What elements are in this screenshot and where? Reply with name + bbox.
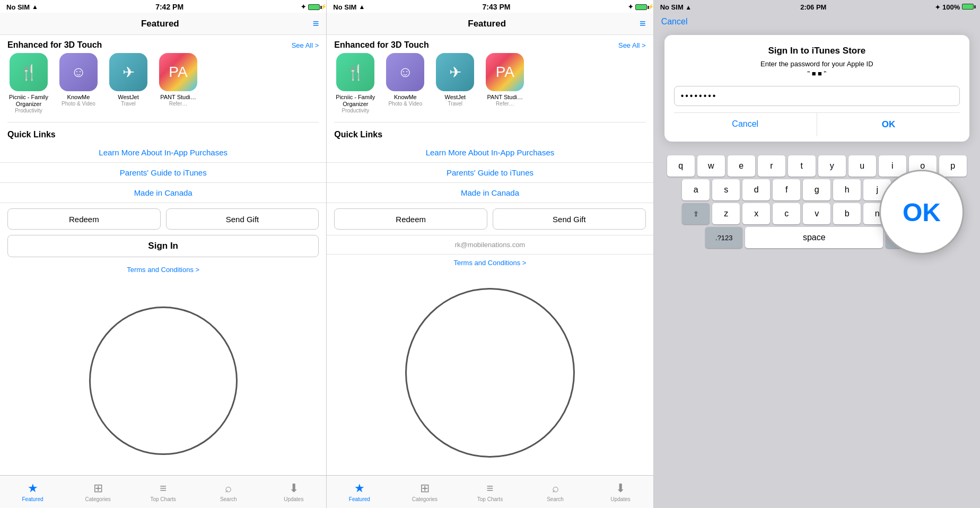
app-item-knowme-1[interactable]: ☺ KnowMe Photo & Video bbox=[57, 53, 100, 113]
nav-bar-1: Featured ≡ bbox=[0, 13, 326, 35]
tab-updates-2[interactable]: ⬇ Updates bbox=[588, 476, 653, 508]
see-all-2[interactable]: See All > bbox=[618, 41, 646, 49]
dialog-ok-btn-3[interactable]: OK bbox=[817, 113, 960, 136]
app-item-pant-2[interactable]: PA PANT Studi… Refer… bbox=[484, 53, 526, 113]
tab-updates-1[interactable]: ⬇ Updates bbox=[261, 476, 326, 508]
kb-w[interactable]: w bbox=[697, 155, 725, 177]
tab-featured-1[interactable]: ★ Featured bbox=[0, 476, 65, 508]
app-row-2: 🍴 Picniic - Family Organizer Productivit… bbox=[327, 53, 653, 119]
carrier-3: No SIM bbox=[660, 3, 684, 11]
app-item-westjet-1[interactable]: ✈ WestJet Travel bbox=[107, 53, 150, 113]
ok-circle-3[interactable]: OK bbox=[879, 170, 964, 255]
kb-p[interactable]: p bbox=[939, 155, 967, 177]
app-category-westjet-2: Travel bbox=[448, 101, 462, 107]
kb-t[interactable]: t bbox=[788, 155, 816, 177]
section-header-1: Enhanced for 3D Touch See All > bbox=[0, 35, 326, 53]
wifi-icon-1: ▲ bbox=[32, 3, 38, 11]
app-category-pant-2: Refer… bbox=[496, 101, 514, 107]
kb-q[interactable]: q bbox=[667, 155, 695, 177]
quick-link-inapp-2[interactable]: Learn More About In-App Purchases bbox=[327, 143, 653, 163]
buttons-row-1: Redeem Send Gift bbox=[0, 203, 326, 235]
app-item-picnic-1[interactable]: 🍴 Picniic - Family Organizer Productivit… bbox=[7, 53, 50, 113]
section-title-1: Enhanced for 3D Touch bbox=[7, 40, 102, 50]
app-item-westjet-2[interactable]: ✈ WestJet Travel bbox=[434, 53, 476, 113]
app-category-picnic-1: Productivity bbox=[15, 108, 42, 113]
app-name-picnic-2: Picniic - Family Organizer bbox=[334, 94, 377, 108]
featured-label-1: Featured bbox=[22, 496, 43, 502]
quick-link-canada-2[interactable]: Made in Canada bbox=[327, 183, 653, 203]
carrier-2: No SIM bbox=[333, 3, 356, 11]
top-bar-3: Cancel bbox=[654, 13, 980, 31]
kb-e[interactable]: e bbox=[728, 155, 755, 177]
see-all-1[interactable]: See All > bbox=[292, 41, 319, 49]
panel-2: No SIM ▲ 7:43 PM ✦ Featured ≡ Enhanced f… bbox=[327, 0, 653, 508]
kb-f[interactable]: f bbox=[773, 179, 800, 200]
dialog-buttons-3: Cancel OK bbox=[674, 112, 960, 136]
terms-row-2[interactable]: Terms and Conditions > bbox=[327, 255, 653, 271]
send-gift-btn-1[interactable]: Send Gift bbox=[166, 208, 319, 230]
kb-num[interactable]: .?123 bbox=[705, 227, 742, 248]
status-left-1: No SIM ▲ bbox=[6, 3, 38, 11]
kb-h[interactable]: h bbox=[833, 179, 861, 200]
dialog-cancel-btn-3[interactable]: Cancel bbox=[674, 113, 817, 136]
kb-shift[interactable]: ⇧ bbox=[682, 203, 710, 224]
send-gift-btn-2[interactable]: Send Gift bbox=[493, 208, 646, 230]
tab-search-2[interactable]: ⌕ Search bbox=[523, 476, 588, 508]
redeem-btn-2[interactable]: Redeem bbox=[334, 208, 487, 230]
battery-icon-2 bbox=[635, 4, 647, 10]
kb-z[interactable]: z bbox=[712, 203, 740, 224]
dialog-title-3: Sign In to iTunes Store bbox=[768, 46, 865, 56]
sign-in-btn-1[interactable]: Sign In bbox=[7, 235, 319, 257]
kb-s[interactable]: s bbox=[712, 179, 740, 200]
kb-y[interactable]: y bbox=[818, 155, 846, 177]
redeem-btn-1[interactable]: Redeem bbox=[7, 208, 161, 230]
menu-icon-2[interactable]: ≡ bbox=[640, 17, 646, 30]
tab-search-1[interactable]: ⌕ Search bbox=[196, 476, 261, 508]
kb-i[interactable]: i bbox=[879, 155, 906, 177]
ok-text-3: OK bbox=[903, 198, 941, 227]
app-category-knowme-2: Photo & Video bbox=[388, 101, 422, 107]
kb-x[interactable]: x bbox=[742, 203, 770, 224]
kb-space[interactable]: space bbox=[745, 227, 883, 248]
divider-1a bbox=[7, 122, 319, 122]
top-cancel-btn-3[interactable]: Cancel bbox=[661, 17, 688, 27]
kb-v[interactable]: v bbox=[803, 203, 830, 224]
tab-featured-2[interactable]: ★ Featured bbox=[327, 476, 392, 508]
terms-row-1[interactable]: Terms and Conditions > bbox=[0, 261, 326, 278]
content-1: Enhanced for 3D Touch See All > 🍴 Picnii… bbox=[0, 35, 326, 475]
app-icon-picnic-1: 🍴 bbox=[10, 53, 48, 91]
bt-icon-2: ✦ bbox=[628, 3, 633, 11]
kb-a[interactable]: a bbox=[682, 179, 710, 200]
battery-icon-1 bbox=[308, 4, 320, 10]
tab-topcharts-2[interactable]: ≡ Top Charts bbox=[457, 476, 522, 508]
quick-links-header-2: Quick Links bbox=[327, 126, 653, 143]
tab-categories-2[interactable]: ⊞ Categories bbox=[392, 476, 457, 508]
tab-topcharts-1[interactable]: ≡ Top Charts bbox=[130, 476, 196, 508]
kb-g[interactable]: g bbox=[803, 179, 830, 200]
categories-icon-1: ⊞ bbox=[93, 481, 103, 495]
tab-categories-1[interactable]: ⊞ Categories bbox=[65, 476, 130, 508]
kb-c[interactable]: c bbox=[773, 203, 800, 224]
app-name-picnic-1: Picniic - Family Organizer bbox=[7, 94, 50, 108]
quick-link-parents-2[interactable]: Parents' Guide to iTunes bbox=[327, 163, 653, 183]
kb-d[interactable]: d bbox=[742, 179, 770, 200]
app-icon-pant-1: PA bbox=[159, 53, 197, 91]
app-name-pant-1: PANT Studi… bbox=[160, 94, 196, 101]
menu-icon-1[interactable]: ≡ bbox=[313, 17, 319, 30]
quick-link-parents-1[interactable]: Parents' Guide to iTunes bbox=[0, 163, 326, 183]
featured-icon-1: ★ bbox=[28, 481, 38, 495]
kb-r[interactable]: r bbox=[758, 155, 785, 177]
password-input-3[interactable] bbox=[674, 86, 960, 106]
kb-u[interactable]: u bbox=[848, 155, 876, 177]
section-header-2: Enhanced for 3D Touch See All > bbox=[327, 35, 653, 53]
topcharts-icon-1: ≡ bbox=[160, 481, 167, 495]
quick-link-canada-1[interactable]: Made in Canada bbox=[0, 183, 326, 203]
dialog-subtitle-3: Enter the password for your Apple ID " ■… bbox=[760, 59, 873, 78]
search-label-1: Search bbox=[220, 496, 237, 502]
app-item-knowme-2[interactable]: ☺ KnowMe Photo & Video bbox=[384, 53, 426, 113]
kb-b[interactable]: b bbox=[833, 203, 861, 224]
app-item-picnic-2[interactable]: 🍴 Picniic - Family Organizer Productivit… bbox=[334, 53, 377, 113]
status-right-1: ✦ bbox=[301, 3, 320, 11]
quick-link-inapp-1[interactable]: Learn More About In-App Purchases bbox=[0, 143, 326, 163]
app-item-pant-1[interactable]: PA PANT Studi… Refer… bbox=[157, 53, 199, 113]
